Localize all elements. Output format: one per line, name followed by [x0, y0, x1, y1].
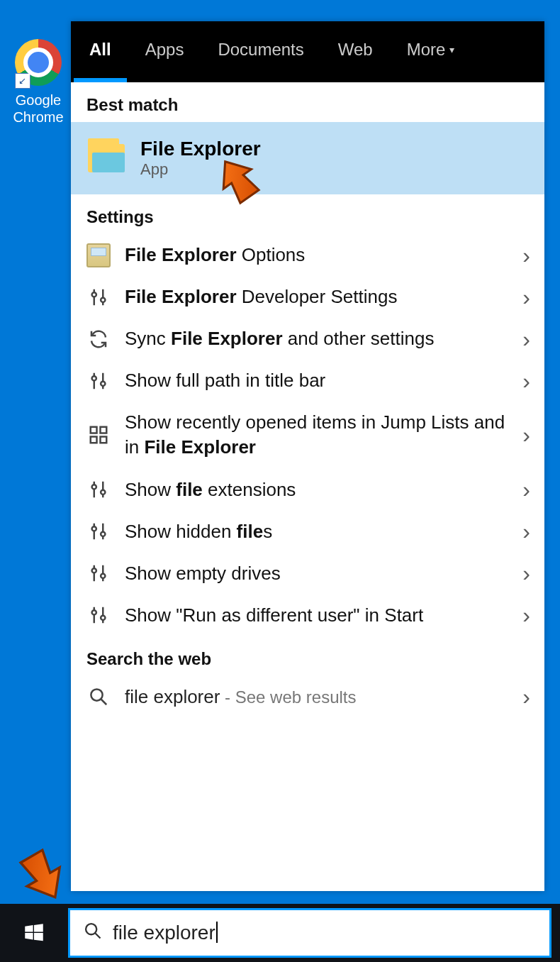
svg-point-27: [101, 616, 105, 620]
tab-more-label: More: [407, 40, 446, 60]
settings-results-list: File Explorer Options›File Explorer Deve…: [71, 234, 544, 636]
svg-point-30: [86, 924, 96, 934]
svg-rect-10: [91, 437, 97, 443]
svg-point-3: [101, 297, 105, 302]
svg-point-28: [91, 690, 102, 701]
settings-item-label: Sync File Explorer and other settings: [125, 326, 508, 351]
svg-point-19: [101, 532, 105, 536]
chevron-right-icon: ›: [522, 520, 530, 543]
section-settings: Settings: [71, 194, 544, 234]
web-result-query: file explorer: [125, 686, 220, 707]
svg-point-25: [92, 611, 96, 615]
start-search-panel: All Apps Documents Web More ▾ Best match…: [71, 21, 544, 891]
svg-rect-9: [101, 427, 107, 433]
tab-apps-label: Apps: [145, 40, 184, 60]
windows-logo-icon: [22, 921, 46, 945]
svg-point-15: [101, 490, 105, 494]
chevron-right-icon: ›: [522, 424, 530, 446]
chevron-right-icon: ›: [522, 604, 530, 626]
chevron-right-icon: ›: [522, 328, 530, 350]
shortcut-arrow-icon: [15, 73, 30, 89]
sliders-icon: [86, 369, 111, 393]
file-explorer-icon: [88, 144, 125, 172]
settings-item-label: Show "Run as different user" in Start: [125, 603, 508, 628]
svg-point-17: [92, 526, 96, 531]
settings-item-label: Show full path in title bar: [125, 368, 508, 393]
settings-item-label: File Explorer Options: [125, 243, 508, 267]
search-input-value: file explorer: [113, 922, 215, 944]
chevron-right-icon: ›: [522, 685, 530, 708]
start-button[interactable]: [0, 904, 68, 962]
chrome-icon: [15, 39, 62, 86]
svg-point-1: [92, 292, 96, 297]
tab-more[interactable]: More ▾: [391, 21, 471, 82]
settings-item-label: Show recently opened items in Jump Lists…: [125, 410, 508, 460]
refresh-icon: [86, 327, 111, 351]
settings-item-jump[interactable]: Show recently opened items in Jump Lists…: [71, 402, 544, 468]
web-result-hint: - See web results: [220, 687, 356, 707]
chevron-right-icon: ›: [522, 244, 530, 267]
settings-item-label: File Explorer Developer Settings: [125, 284, 508, 309]
sliders-icon: [86, 603, 111, 627]
tab-all[interactable]: All: [74, 21, 127, 82]
annotation-arrow-icon: [14, 847, 71, 904]
settings-item-fullpath[interactable]: Show full path in title bar›: [71, 360, 544, 402]
settings-item-label: Show file extensions: [125, 477, 508, 502]
web-result[interactable]: file explorer - See web results ›: [71, 676, 544, 718]
tab-documents[interactable]: Documents: [202, 21, 319, 82]
svg-point-13: [92, 485, 96, 489]
svg-rect-11: [101, 437, 107, 443]
svg-line-29: [101, 700, 107, 705]
tab-web[interactable]: Web: [323, 21, 388, 82]
desktop-shortcut-chrome[interactable]: Google Chrome: [10, 39, 67, 126]
taskbar: file explorer: [0, 904, 560, 962]
sliders-icon: [86, 477, 111, 502]
tab-documents-label: Documents: [218, 40, 303, 60]
sliders-icon: [86, 285, 111, 309]
settings-item-hidden[interactable]: Show hidden files›: [71, 511, 544, 553]
svg-line-31: [96, 933, 101, 938]
settings-item-empty[interactable]: Show empty drives›: [71, 553, 544, 595]
settings-item-label: Show hidden files: [125, 519, 508, 544]
chevron-right-icon: ›: [522, 286, 530, 309]
svg-point-23: [101, 574, 105, 578]
section-search-web: Search the web: [71, 636, 544, 676]
tab-web-label: Web: [338, 40, 373, 60]
desktop-shortcut-label: Google Chrome: [10, 92, 67, 126]
svg-point-5: [92, 376, 96, 380]
taskbar-search-box[interactable]: file explorer: [68, 908, 551, 958]
best-match-result[interactable]: File Explorer App: [71, 122, 544, 194]
search-input[interactable]: file explorer: [113, 922, 537, 944]
chevron-down-icon: ▾: [449, 44, 454, 55]
text-caret: [216, 922, 218, 943]
search-scope-tabs: All Apps Documents Web More ▾: [71, 21, 544, 82]
tab-all-label: All: [89, 40, 111, 60]
chevron-right-icon: ›: [522, 562, 530, 585]
sliders-icon: [86, 519, 111, 543]
tab-apps[interactable]: Apps: [130, 21, 200, 82]
settings-item-sync[interactable]: Sync File Explorer and other settings›: [71, 318, 544, 360]
svg-point-21: [92, 568, 96, 573]
search-icon: [83, 921, 103, 946]
search-results-body: Best match File Explorer App: [71, 82, 544, 891]
search-icon: [86, 685, 111, 709]
settings-item-ext[interactable]: Show file extensions›: [71, 469, 544, 511]
svg-rect-8: [91, 427, 97, 433]
svg-point-7: [101, 381, 105, 385]
settings-item-label: Show empty drives: [125, 561, 508, 586]
grid-icon: [86, 423, 111, 447]
settings-item-options[interactable]: File Explorer Options›: [71, 234, 544, 276]
web-result-text: file explorer - See web results: [125, 685, 508, 709]
options-icon: [86, 243, 111, 267]
settings-item-dev[interactable]: File Explorer Developer Settings›: [71, 276, 544, 318]
chevron-right-icon: ›: [522, 370, 530, 392]
best-match-subtitle: App: [140, 160, 261, 179]
chevron-right-icon: ›: [522, 478, 530, 501]
section-best-match: Best match: [71, 82, 544, 122]
sliders-icon: [86, 561, 111, 585]
best-match-title: File Explorer: [140, 138, 261, 160]
settings-item-runas[interactable]: Show "Run as different user" in Start›: [71, 595, 544, 636]
